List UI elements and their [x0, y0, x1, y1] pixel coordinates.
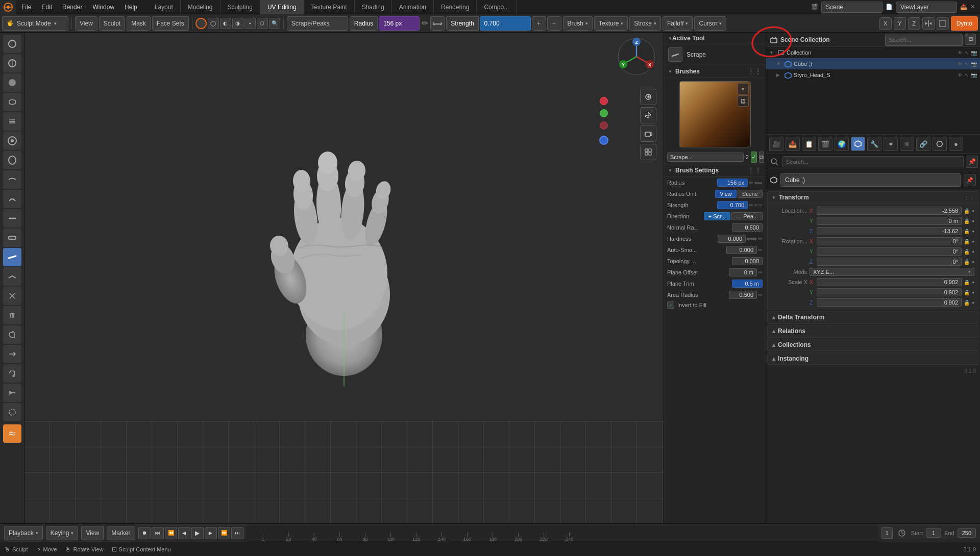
- skip-start-btn[interactable]: ⏮: [152, 527, 164, 539]
- tool-blob[interactable]: [3, 151, 21, 169]
- mode-dropdown[interactable]: XYZ E... ▾: [810, 268, 974, 276]
- brush-copy-btn[interactable]: ⧉: [759, 151, 764, 163]
- tool-slide-relax[interactable]: [3, 384, 21, 402]
- location-x-lock[interactable]: 🔒: [964, 208, 970, 214]
- normal-ra-value[interactable]: 0.500: [732, 223, 763, 232]
- rotation-y[interactable]: 0°: [817, 247, 962, 256]
- cursor-btn[interactable]: Cursor▾: [694, 16, 726, 31]
- transform-header[interactable]: ▼ Transform ⋮⋮: [768, 192, 978, 204]
- stroke-btn[interactable]: Stroke▾: [629, 16, 661, 31]
- area-radius-value[interactable]: 0.500: [729, 291, 757, 299]
- location-x[interactable]: -2.558: [817, 207, 962, 215]
- location-z-lock[interactable]: 🔒: [964, 229, 970, 234]
- tool-flatten[interactable]: [3, 209, 21, 228]
- physics-props-icon[interactable]: ⚛: [900, 137, 914, 151]
- cube-render-icon[interactable]: 📷: [971, 61, 977, 67]
- tool-cloth[interactable]: [3, 424, 21, 443]
- viewlayer-name-input[interactable]: [896, 2, 957, 13]
- transform-more-icon[interactable]: ⋮⋮: [964, 195, 974, 200]
- outliner-styro[interactable]: ▶ Styro_Head_S 👁 ↖ 📷: [766, 69, 980, 81]
- workspace-sculpting[interactable]: Sculpting: [220, 0, 260, 14]
- strength-minus-icon[interactable]: −: [547, 16, 561, 31]
- brush-icon6[interactable]: 🔍: [269, 18, 280, 29]
- active-tool-header[interactable]: ▼ Active Tool: [664, 33, 766, 44]
- tool-multiplane-scrape[interactable]: [3, 267, 21, 286]
- zoom-in-btn[interactable]: [640, 89, 656, 105]
- scale-x-dot[interactable]: ●: [972, 280, 974, 285]
- tool-nudge[interactable]: [3, 345, 21, 363]
- brush-icon2[interactable]: ◐: [220, 18, 231, 29]
- mode-selector-btn[interactable]: 🖐 Sculpt Mode ▾: [2, 16, 68, 31]
- viewport[interactable]: User Perspective (1) Cube ;): [24, 33, 664, 523]
- y-toggle[interactable]: Y: [894, 17, 906, 30]
- start-frame[interactable]: 1: [926, 528, 941, 538]
- scene-btn-prop[interactable]: Scene: [738, 190, 763, 198]
- brush-icon5[interactable]: ⬡: [257, 18, 268, 29]
- location-z[interactable]: -13.62: [817, 227, 962, 235]
- skip-end-btn[interactable]: ⏭: [231, 527, 243, 539]
- workspace-shading[interactable]: Shading: [355, 0, 392, 14]
- eye-icon[interactable]: 👁: [958, 50, 963, 56]
- tool-boundary[interactable]: [3, 403, 21, 421]
- falloff-btn[interactable]: Falloff▾: [663, 16, 693, 31]
- props-search-input[interactable]: [782, 156, 964, 167]
- output-props-icon[interactable]: 📤: [786, 137, 800, 151]
- menu-edit[interactable]: Edit: [36, 0, 57, 14]
- grid-view-btn[interactable]: [640, 144, 656, 160]
- checkbox-icon[interactable]: [937, 17, 949, 30]
- brush-btn[interactable]: Brush▾: [563, 16, 593, 31]
- workspace-rendering[interactable]: Rendering: [434, 0, 477, 14]
- location-y-dot[interactable]: ●: [972, 219, 974, 223]
- object-props-icon[interactable]: [851, 137, 865, 151]
- tool-crease[interactable]: [3, 170, 21, 189]
- scale-z-lock[interactable]: 🔒: [964, 300, 970, 306]
- tool-rotate[interactable]: [3, 364, 21, 383]
- tool-fill[interactable]: [3, 229, 21, 247]
- menu-window[interactable]: Window: [87, 0, 119, 14]
- brush-icon1[interactable]: ◯: [208, 18, 219, 29]
- object-data-props-icon[interactable]: [933, 137, 947, 151]
- axis-gizmo[interactable]: Z X Y: [617, 37, 656, 77]
- strength-prop-value[interactable]: 0.700: [717, 201, 748, 209]
- auto-smo-value[interactable]: 0.000: [726, 246, 757, 254]
- outliner-scene-collection[interactable]: ▼ Collection 👁 ↖ 📷: [766, 47, 980, 58]
- workspace-compositing[interactable]: Compo...: [477, 0, 517, 14]
- invert-checkbox[interactable]: ✓: [667, 301, 674, 309]
- mask-btn[interactable]: Mask: [127, 16, 151, 31]
- rotation-y-lock[interactable]: 🔒: [964, 249, 970, 255]
- auto-smo-edit-icon[interactable]: ✏: [758, 247, 763, 254]
- brush-fake-user-btn[interactable]: ✓: [751, 151, 757, 163]
- topology-value[interactable]: 0.000: [732, 257, 763, 265]
- strength-edit-icon[interactable]: ✏: [749, 202, 753, 209]
- view-timeline-btn[interactable]: View: [81, 526, 104, 540]
- brushes-more-icon[interactable]: ⋮⋮: [747, 67, 762, 75]
- render-icon[interactable]: 📷: [971, 50, 977, 56]
- rotation-z-lock[interactable]: 🔒: [964, 259, 970, 265]
- location-x-dot[interactable]: ●: [972, 209, 974, 213]
- area-radius-edit-icon[interactable]: ✏: [758, 292, 763, 298]
- record-btn[interactable]: ⏺: [138, 527, 151, 539]
- plane-trim-value[interactable]: 0.5 m: [732, 280, 763, 288]
- next-frame-btn[interactable]: ⏩: [218, 527, 230, 539]
- tool-layer[interactable]: [3, 112, 21, 131]
- plane-offset-edit-icon[interactable]: ✏: [758, 269, 763, 276]
- rotation-z[interactable]: 0°: [817, 258, 962, 266]
- brushes-header[interactable]: ▼ Brushes ⋮⋮: [664, 65, 766, 78]
- rotation-x[interactable]: 0°: [817, 237, 962, 245]
- workspace-modeling[interactable]: Modeling: [181, 0, 220, 14]
- brush-settings-header[interactable]: ▼ Brush Settings ⋮⋮: [664, 164, 766, 177]
- mirror-icon[interactable]: [922, 17, 935, 30]
- prev-keyframe-btn[interactable]: ◄: [178, 527, 190, 539]
- rotation-y-dot[interactable]: ●: [972, 249, 974, 254]
- radius-edit-icon[interactable]: ✏: [749, 180, 753, 186]
- brush-icon4[interactable]: ▪: [244, 18, 256, 29]
- facesets-btn[interactable]: Face Sets: [152, 16, 189, 31]
- rotation-x-lock[interactable]: 🔒: [964, 239, 970, 244]
- instancing-header[interactable]: ▶ Instancing: [768, 353, 978, 365]
- workspace-uv-editing[interactable]: UV Editing: [260, 0, 304, 14]
- outliner-search[interactable]: [885, 34, 963, 46]
- brush-image-btn[interactable]: 🖼: [738, 95, 749, 107]
- camera-btn[interactable]: [640, 125, 656, 142]
- tool-inflate[interactable]: [3, 132, 21, 150]
- sculpt-btn[interactable]: Sculpt: [99, 16, 125, 31]
